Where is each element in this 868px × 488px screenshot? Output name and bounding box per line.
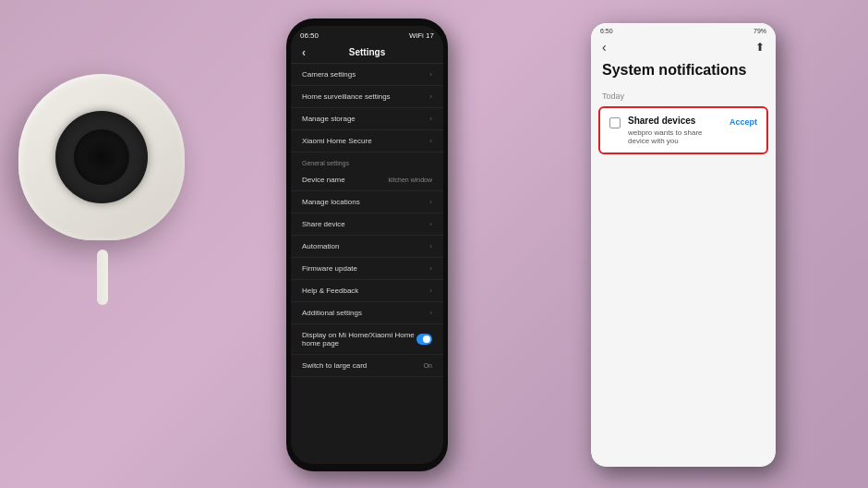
chevron-right-icon: ›	[429, 92, 432, 101]
back-arrow-icon[interactable]: ‹	[602, 40, 607, 55]
menu-item-label: Automation	[302, 242, 339, 250]
phone-left: 06:50 WiFi 17 ‹ Settings Camera settings…	[286, 18, 448, 471]
menu-item-switch-large-card[interactable]: Switch to large card On	[291, 355, 443, 377]
notification-description: webpro wants to share device with you	[628, 128, 722, 145]
switch-large-card-value: On	[424, 362, 432, 369]
chevron-right-icon: ›	[429, 198, 432, 206]
menu-item-additional-settings[interactable]: Additional settings ›	[291, 302, 443, 324]
phone-right-screen: 6:50 79% ‹ ⬆ System notifications Today …	[591, 23, 776, 467]
camera-cable	[97, 250, 108, 305]
camera-lens-outer	[55, 111, 148, 203]
notification-card: Shared devices webpro wants to share dev…	[598, 106, 768, 154]
menu-item-help-feedback[interactable]: Help & Feedback ›	[291, 280, 443, 302]
menu-item-label: Device name	[302, 176, 345, 184]
phone-right: 6:50 79% ‹ ⬆ System notifications Today …	[591, 23, 776, 467]
display-home-toggle[interactable]	[416, 334, 432, 345]
chevron-right-icon: ›	[429, 242, 432, 250]
settings-title: Settings	[349, 47, 385, 57]
phone-right-status-icons: 79%	[753, 28, 766, 34]
notification-content: Shared devices webpro wants to share dev…	[628, 116, 722, 145]
menu-item-label: Manage locations	[302, 198, 360, 206]
menu-item-device-name[interactable]: Device name kitchen window	[291, 169, 443, 191]
chevron-right-icon: ›	[429, 137, 432, 145]
phone-left-status-icons: WiFi 17	[409, 31, 434, 40]
menu-item-label: Share device	[302, 220, 345, 228]
menu-item-manage-storage[interactable]: Manage storage ›	[291, 108, 443, 130]
menu-item-camera-settings[interactable]: Camera settings ›	[291, 64, 443, 86]
camera-body	[18, 74, 185, 240]
menu-item-label: Additional settings	[302, 309, 362, 317]
menu-item-label: Firmware update	[302, 264, 357, 273]
menu-item-share-device[interactable]: Share device ›	[291, 214, 443, 236]
camera-device	[18, 74, 203, 277]
share-icon[interactable]: ⬆	[755, 41, 765, 54]
accept-button[interactable]: Accept	[729, 117, 757, 127]
system-notifications-title: System notifications	[591, 60, 776, 88]
phone-left-header: ‹ Settings	[291, 42, 443, 64]
chevron-right-icon: ›	[429, 264, 432, 273]
menu-item-label: Home surveillance settings	[302, 92, 391, 101]
menu-item-label: Switch to large card	[302, 361, 367, 370]
phone-right-status-bar: 6:50 79%	[591, 23, 776, 36]
today-label: Today	[591, 88, 776, 104]
menu-item-manage-locations[interactable]: Manage locations ›	[291, 191, 443, 214]
menu-item-display-home[interactable]: Display on Mi Home/Xiaomi Home home page	[291, 324, 443, 355]
device-name-value: kitchen window	[389, 177, 432, 183]
phone-left-status-bar: 06:50 WiFi 17	[291, 26, 443, 42]
chevron-right-icon: ›	[429, 287, 432, 295]
menu-item-label: Camera settings	[302, 70, 356, 79]
menu-item-automation[interactable]: Automation ›	[291, 236, 443, 258]
menu-item-label: Manage storage	[302, 115, 356, 123]
menu-item-home-surveillance[interactable]: Home surveillance settings ›	[291, 86, 443, 108]
notification-title: Shared devices	[628, 116, 722, 126]
chevron-right-icon: ›	[429, 220, 432, 228]
general-settings-section-label: General settings	[291, 152, 443, 169]
menu-item-label: Help & Feedback	[302, 287, 358, 295]
phone-left-menu: Camera settings › Home surveillance sett…	[291, 64, 443, 377]
menu-item-label: Xiaomi Home Secure	[302, 137, 372, 145]
menu-item-xiaomi-secure[interactable]: Xiaomi Home Secure ›	[291, 130, 443, 152]
chevron-right-icon: ›	[429, 70, 432, 79]
back-arrow-icon[interactable]: ‹	[302, 46, 306, 59]
menu-item-firmware[interactable]: Firmware update ›	[291, 258, 443, 280]
chevron-right-icon: ›	[429, 309, 432, 317]
chevron-right-icon: ›	[429, 115, 432, 123]
notification-checkbox[interactable]	[609, 117, 621, 128]
phone-left-time: 06:50	[300, 31, 319, 40]
phone-right-time: 6:50	[600, 28, 613, 34]
menu-item-label: Display on Mi Home/Xiaomi Home home page	[302, 331, 416, 348]
camera-lens-inner	[74, 129, 129, 185]
phone-left-screen: 06:50 WiFi 17 ‹ Settings Camera settings…	[291, 26, 443, 464]
phone-right-header: ‹ ⬆	[591, 36, 776, 60]
